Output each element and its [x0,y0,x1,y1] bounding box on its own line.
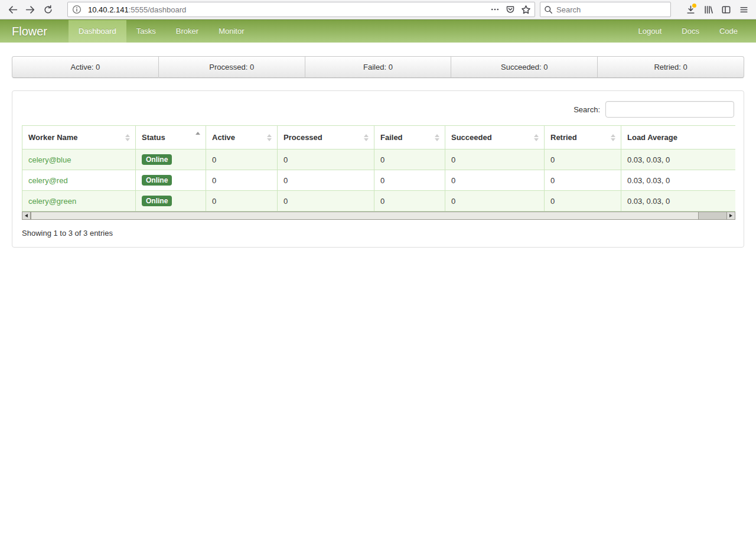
column-label: Succeeded [451,133,492,142]
status-badge[interactable]: Online [142,196,172,206]
library-icon [703,5,713,15]
stats-button-group: Active: 0 Processed: 0 Failed: 0 Succeed… [12,56,744,78]
active-count: 0 [206,170,278,191]
load-average-value: 0.03, 0.03, 0 [621,191,736,212]
column-header-load-average[interactable]: Load Average [621,126,736,150]
workers-panel: Search: Worker Name St [12,90,744,248]
column-header-status[interactable]: Status [136,126,206,150]
sort-asc-icon [195,132,200,135]
table-info-text: Showing 1 to 3 of 3 entries [22,229,734,238]
table-search-input[interactable] [605,101,734,118]
brand-flower[interactable]: Flower [0,20,59,43]
succeeded-count: 0 [445,191,545,212]
nav-link-logout[interactable]: Logout [628,20,672,43]
load-average-value: 0.03, 0.03, 0 [621,150,736,170]
nav-tab-broker[interactable]: Broker [166,20,208,43]
sidebar-toggle-button[interactable] [717,1,735,18]
sort-icon [435,134,439,141]
star-icon [521,5,531,15]
menu-button[interactable] [735,1,752,18]
status-badge[interactable]: Online [142,154,172,165]
search-icon [544,5,553,14]
sort-icon [611,134,615,141]
processed-count: 0 [278,191,374,212]
workers-table-scroll-area: Worker Name Status Active Processed [22,125,735,212]
nav-link-docs[interactable]: Docs [672,20,709,43]
stat-failed-button[interactable]: Failed: 0 [305,56,452,78]
back-button[interactable] [4,1,21,18]
scroll-right-button[interactable] [726,212,735,219]
column-header-failed[interactable]: Failed [374,126,445,150]
sort-icon [125,134,130,141]
back-arrow-icon [8,5,18,15]
workers-table: Worker Name Status Active Processed [22,125,735,212]
reload-icon [43,5,53,15]
column-header-retried[interactable]: Retried [545,126,621,150]
bookmark-button[interactable] [518,2,533,17]
site-info-button[interactable] [69,2,84,17]
browser-toolbar: 10.40.2.141:5555/dashboard [0,0,756,20]
nav-tab-dashboard[interactable]: Dashboard [69,20,126,43]
ellipsis-icon [490,5,500,14]
forward-arrow-icon [25,5,35,15]
forward-button[interactable] [21,1,39,18]
url-bar[interactable]: 10.40.2.141:5555/dashboard [67,2,535,17]
nav-tab-monitor[interactable]: Monitor [208,20,254,43]
library-button[interactable] [699,1,717,18]
failed-count: 0 [374,191,445,212]
worker-link[interactable]: celery@red [28,176,68,185]
succeeded-count: 0 [445,170,545,191]
column-header-processed[interactable]: Processed [278,126,374,150]
column-label: Load Average [627,133,677,142]
right-arrow-icon [729,214,732,217]
stat-active-button[interactable]: Active: 0 [12,56,159,78]
nav-link-code[interactable]: Code [709,20,748,43]
column-label: Worker Name [28,133,78,142]
browser-search-bar[interactable] [540,2,671,17]
succeeded-count: 0 [445,150,545,170]
flower-navbar: Flower Dashboard Tasks Broker Monitor Lo… [0,20,756,43]
page-actions-button[interactable] [487,2,503,17]
stat-succeeded-button[interactable]: Succeeded: 0 [451,56,598,78]
table-row: celery@red Online 0 0 0 0 0 0.03, 0.03, … [22,170,736,191]
sort-icon [364,134,369,141]
table-search-label: Search: [573,105,600,114]
worker-link[interactable]: celery@blue [28,155,71,164]
status-badge[interactable]: Online [142,175,172,186]
retried-count: 0 [545,150,621,170]
reload-button[interactable] [39,1,57,18]
pocket-button[interactable] [503,2,518,17]
hamburger-menu-icon [739,5,749,15]
retried-count: 0 [545,170,621,191]
browser-search-input[interactable] [556,5,651,14]
downloads-button[interactable] [682,1,699,18]
url-path: :5555/dashboard [129,5,187,14]
retried-count: 0 [545,191,621,212]
nav-tab-tasks[interactable]: Tasks [126,20,166,43]
column-label: Processed [284,133,322,142]
sort-icon [534,134,539,141]
column-label: Retried [550,133,577,142]
column-label: Failed [380,133,403,142]
failed-count: 0 [374,170,445,191]
column-label: Active [212,133,235,142]
info-icon [72,5,82,14]
table-horizontal-scrollbar[interactable] [22,212,735,220]
url-text: 10.40.2.141:5555/dashboard [88,5,186,14]
processed-count: 0 [278,170,374,191]
scrollbar-track[interactable] [31,212,726,219]
scroll-left-button[interactable] [22,212,31,219]
column-header-succeeded[interactable]: Succeeded [445,126,545,150]
failed-count: 0 [374,150,445,170]
download-notification-dot [692,4,696,8]
scrollbar-thumb[interactable] [31,212,699,219]
table-row: celery@green Online 0 0 0 0 0 0.03, 0.03… [22,191,736,212]
stat-retried-button[interactable]: Retried: 0 [598,56,744,78]
stat-processed-button[interactable]: Processed: 0 [159,56,305,78]
worker-link[interactable]: celery@green [28,197,76,206]
column-header-active[interactable]: Active [206,126,278,150]
sort-icon [267,134,272,141]
column-header-worker-name[interactable]: Worker Name [22,126,136,150]
pocket-icon [506,5,515,14]
table-row: celery@blue Online 0 0 0 0 0 0.03, 0.03,… [22,150,736,170]
